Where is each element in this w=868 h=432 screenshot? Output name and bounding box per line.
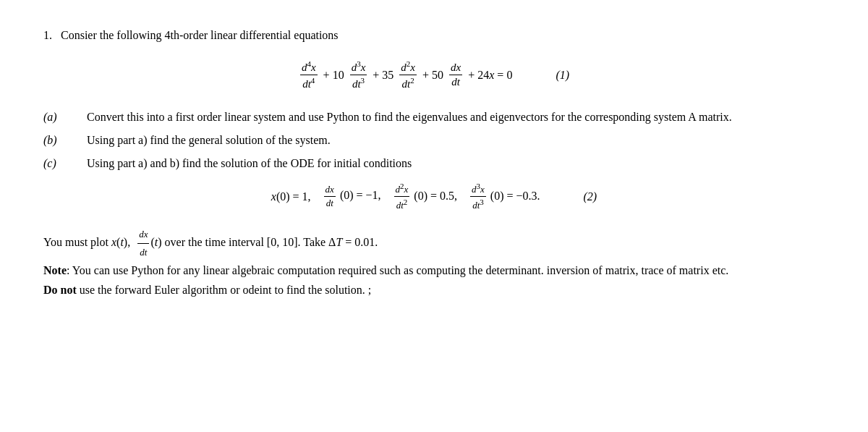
frac-d4x: d4x dt4 [300, 59, 318, 90]
main-equation-block: d4x dt4 + 10 d3x dt3 + 35 d2x dt2 + 50 d… [43, 59, 825, 90]
part-b-label: (b) [43, 134, 87, 147]
part-a-content: Convert this into a first order linear s… [87, 111, 825, 124]
frac-dx: dx dt [449, 62, 462, 88]
note-line-1: You must plot x(t), dx dt (t) over the t… [43, 226, 825, 261]
problem-intro: Consier the following 4th-order linear d… [61, 29, 339, 42]
note-line-3: Do not use the forward Euler algorithm o… [43, 280, 825, 300]
part-c-label: (c) [43, 157, 87, 170]
part-b-row: (b) Using part a) find the general solut… [43, 134, 825, 147]
part-a-label: (a) [43, 111, 87, 124]
ic-x0: x(0) = 1, [271, 190, 311, 203]
main-equation: d4x dt4 + 10 d3x dt3 + 35 d2x dt2 + 50 d… [299, 59, 512, 90]
part-b-content: Using part a) find the general solution … [87, 134, 825, 147]
equation-label-1: (1) [556, 69, 569, 82]
problem-container: 1. Consier the following 4th-order linea… [43, 29, 825, 300]
note-line-2: Note: You can use Python for any linear … [43, 261, 825, 280]
part-c-content: Using part a) and b) find the solution o… [87, 157, 825, 170]
ic-d2x: d2x dt2 (0) = 0.5, [393, 182, 457, 212]
part-c-row: (c) Using part a) and b) find the soluti… [43, 157, 825, 170]
frac-d3x: d3x dt3 [350, 59, 367, 90]
part-a-row: (a) Convert this into a first order line… [43, 111, 825, 124]
frac-d2x: d2x dt2 [399, 59, 417, 90]
problem-header: 1. Consier the following 4th-order linea… [43, 29, 825, 42]
ic-dx: dx dt (0) = −1, [323, 184, 381, 209]
note-block: You must plot x(t), dx dt (t) over the t… [43, 226, 825, 300]
problem-number: 1. [43, 29, 52, 42]
equation-label-2: (2) [584, 190, 597, 203]
ic-equation-block: x(0) = 1, dx dt (0) = −1, d2x dt2 (0) = … [43, 182, 825, 212]
ic-equations: x(0) = 1, dx dt (0) = −1, d2x dt2 (0) = … [271, 182, 540, 212]
ic-d3x: d3x dt3 (0) = −0.3. [469, 182, 540, 212]
